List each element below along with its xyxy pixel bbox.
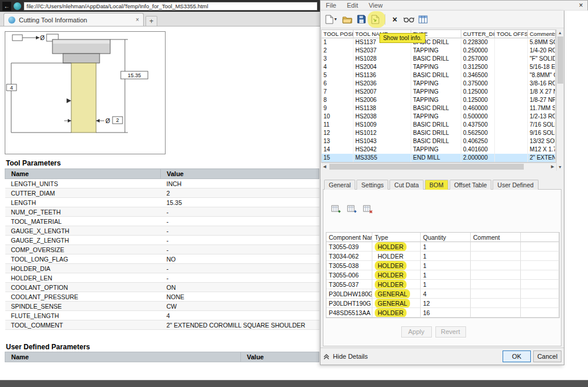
tool-cell-offset [495,47,528,55]
tool-row[interactable]: 5 HS1136 BASIC DRILL 0.346500 "8.8MM" CA… [322,71,556,80]
tool-cell-position: 2 [322,47,354,55]
scroll-up-icon[interactable]: ▲ [557,29,563,37]
bom-row[interactable]: T3055-038 HOLDER 1 [326,261,559,270]
new-document-icon [325,15,333,24]
col-comment[interactable]: Comment [471,233,521,242]
tool-row[interactable]: 6 HS2036 TAPPING 0.375000 3/8-16 ROLL T [322,80,556,88]
tool-row[interactable]: 9 HS1138 BASIC DRILL 0.460000 11.7MM SOL… [322,104,556,113]
revert-button[interactable]: Revert [435,326,466,338]
tool-cell-dia: 0.125000 [461,88,495,96]
tool-row[interactable]: 12 HS1012 BASIC DRILL 0.562500 9/16 SOLI… [322,129,556,137]
bom-row[interactable]: T3055-006 HOLDER 1 [326,270,559,280]
browser-window: ← file:///C:/Users/nlehman/AppData/Local… [0,0,320,380]
dialog-close-icon[interactable]: × [574,1,587,9]
tool-row[interactable]: 2 HS2037 TAPPING 0.250000 1/4-20 ROLL T [322,47,556,55]
tool-cell-position: 4 [322,63,354,71]
columns-button[interactable] [417,12,430,27]
bom-row[interactable]: T3055-037 HOLDER 1 [326,280,559,289]
tool-row[interactable]: 8 HS2006 TAPPING 0.125000 1/8-27 NPSI T [322,96,556,104]
hide-details-button[interactable]: Hide Details [323,353,368,360]
table-columns-icon [418,15,428,24]
scroll-left-icon[interactable]: ◀ [321,163,328,170]
tab-user-defined[interactable]: User Defined [493,180,538,190]
param-name: CUTTER_DIAM [5,188,161,198]
tab-cutting-tool-information[interactable]: Cutting Tool Information × [4,13,144,26]
new-tool-button[interactable]: ▾ [323,12,339,27]
menu-file[interactable]: File [321,1,342,10]
tool-row[interactable]: 7 HS2007 TAPPING 0.125000 1/8 X 27 NPT [322,88,556,96]
apply-button[interactable]: Apply [401,326,432,338]
tool-row[interactable]: 11 HS1009 BASIC DRILL 0.437500 7/16 SOLI… [322,121,556,129]
delete-tool-button[interactable]: × [388,12,401,27]
tab-settings[interactable]: Settings [356,180,388,190]
scroll-thumb[interactable] [557,37,563,84]
tab-cut-data[interactable]: Cut Data [389,180,423,190]
bom-cell-filler [521,261,559,270]
param-row: TOOL_MATERIAL - [5,217,319,226]
param-name: COOLANT_OPTION [5,283,161,292]
tool-row[interactable]: 13 HS1043 BASIC DRILL 0.406250 13/32 SOL… [322,137,556,145]
tab-offset-table[interactable]: Offset Table [450,180,492,190]
bom-cell-type: HOLDER [372,261,421,270]
bom-cell-qty: 12 [421,299,471,308]
cancel-button[interactable]: Cancel [533,350,561,362]
col-cutter-dia[interactable]: CUTTER_DIAMETER [461,30,495,38]
insert-component-icon [347,205,356,214]
back-button[interactable]: ← [2,2,11,11]
tool-row[interactable]: 4 HS2004 TAPPING 0.312500 5/16-18 EXTE [322,63,556,71]
bom-cell-comment [471,289,521,299]
url-input[interactable]: file:///C:/Users/nlehman/AppData/Local/T… [24,2,318,11]
scroll-down-icon[interactable]: ▼ [557,164,563,171]
tab-general[interactable]: General [324,180,355,190]
bom-cell-comment [471,242,521,252]
add-component-button[interactable] [331,204,341,214]
col-tool-position[interactable]: TOOL POSITION [322,30,354,38]
col-bom-type[interactable]: Type [372,233,421,242]
tool-cell-position: 12 [322,129,354,137]
tool-cell-position: 5 [322,71,354,80]
col-comments[interactable]: Comments [528,30,556,38]
tool-row[interactable]: 14 HS2042 TAPPING 0.401600 M12 X 1.75 M [322,145,556,154]
tool-cell-offset [495,88,528,96]
bom-row[interactable]: T3034-062 HOLDER 1 [326,252,559,261]
tab-bom[interactable]: BOM [425,180,448,190]
tool-row[interactable]: 10 HS2038 TAPPING 0.500000 1/2-13 ROLL T [322,113,556,121]
tool-row[interactable]: 3 HS1028 BASIC DRILL 0.257000 "F" SOLID … [322,55,556,63]
find-tool-button[interactable] [402,12,415,27]
menu-view[interactable]: View [364,1,388,10]
tool-table-vertical-scrollbar[interactable]: ▲ ▼ [556,29,563,171]
save-button[interactable] [355,12,368,27]
bom-cell-type: HOLDER [372,242,421,252]
bom-row[interactable]: P30LDHT190G GENERAL 12 [326,299,559,308]
tool-row[interactable]: 15 MS3355 END MILL 2.000000 2" EXTENDED [322,154,556,162]
param-name: TOOL_LONG_FLAG [5,254,161,264]
scroll-right-icon[interactable]: ▶ [549,163,556,170]
remove-component-button[interactable] [362,204,373,214]
tool-cell-offset [495,96,528,104]
bom-cell-name: P30LDHT190G [326,299,372,308]
ok-button[interactable]: OK [503,350,531,362]
tab-title: Cutting Tool Information [19,16,132,24]
col-component-name[interactable]: Component Name [326,233,372,242]
param-row: LENGTH_UNITS INCH [5,179,319,188]
tool-cell-dia: 0.250000 [461,47,495,55]
param-name: LENGTH [5,198,161,207]
param-value: 2" EXTENDED COROMILL SQUARE SHOULDER [161,320,319,330]
col-tool-offset[interactable]: TOOL OFFSET [495,30,528,38]
bom-cell-name: T3034-062 [326,252,372,261]
bom-row[interactable]: P30LDHW180G GENERAL 4 [326,289,559,299]
tool-row[interactable]: 1 HS1137 BASIC DRILL 0.228300 5.8MM SOLI… [322,38,556,47]
tab-close-icon[interactable]: × [136,16,139,23]
hscroll-thumb[interactable] [329,164,524,170]
tool-cell-name: HS2036 [354,80,411,88]
menu-edit[interactable]: Edit [342,1,364,10]
open-button[interactable] [341,12,354,27]
bom-row[interactable]: P48SD5513AA HOLDER 16 [326,308,559,317]
col-quantity[interactable]: Quantity [421,233,471,242]
tool-cell-offset [495,71,528,80]
new-tab-button[interactable]: + [146,16,157,26]
tool-table-horizontal-scrollbar[interactable]: ◀ ▶ [321,163,556,170]
bom-row[interactable]: T3055-039 HOLDER 1 [326,242,559,252]
insert-component-button[interactable] [346,204,357,214]
tool-parameters-table: Name Value LENGTH_UNITS INCH CUTTER_DIAM… [5,168,319,330]
